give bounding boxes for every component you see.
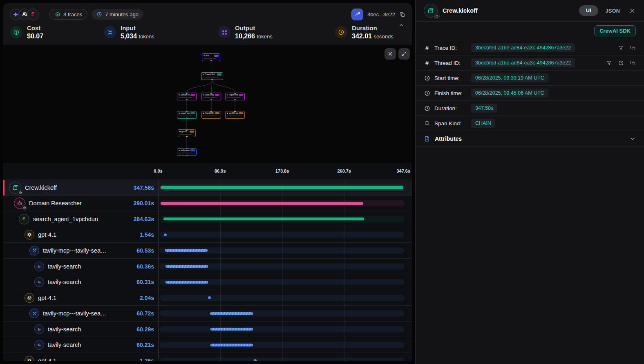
- copy-button[interactable]: [630, 45, 636, 51]
- attributes-section[interactable]: Attributes: [416, 131, 644, 147]
- span-name: search_agent_1vpchdun: [33, 216, 98, 222]
- graph-node-crew-kickoff[interactable]: Crew.kickoff: [201, 72, 223, 80]
- tick-label: 0.0s: [154, 169, 162, 173]
- span-row-gpt-4-1[interactable]: gpt-4.1 2.04s: [3, 290, 412, 306]
- span-row-search-agent[interactable]: search_agent_1vpchdun 284.63s: [3, 211, 412, 227]
- crewai-icon[interactable]: [27, 9, 39, 20]
- span-name: gpt-4.1: [38, 231, 56, 238]
- metric-cost: Cost $0.07: [10, 24, 43, 40]
- gantt-track: [160, 311, 405, 317]
- sdk-row: CrewAI SDK: [416, 22, 644, 40]
- gantt-track: [160, 326, 405, 332]
- gauge-badge-icon: [18, 190, 23, 195]
- span-row-gpt-4-1[interactable]: gpt-4.1 1.54s: [3, 227, 412, 243]
- graph-node-llm-right[interactable]: genAI & Language: [225, 111, 245, 119]
- tab-json[interactable]: JSON: [606, 8, 620, 14]
- gantt-track: [160, 295, 405, 301]
- trend-chart-button[interactable]: [351, 9, 363, 20]
- tavily-icon: [34, 340, 44, 350]
- start-time-value: 06/28/2025, 09:39:19 AM UTC: [471, 73, 548, 82]
- span-kind-value: CHAIN: [471, 119, 495, 128]
- graph-close-button[interactable]: [385, 48, 396, 60]
- span-kind-row: Span Kind: CHAIN: [416, 116, 644, 131]
- graph-node-llm-mid[interactable]: Handoff Prompts: [201, 111, 221, 119]
- span-name: tavily-search: [48, 279, 81, 285]
- traces-badge-label: 3 traces: [63, 11, 82, 18]
- external-link-icon: [618, 60, 624, 66]
- collapse-metrics-button[interactable]: [398, 22, 405, 30]
- span-duration: 60.21s: [136, 342, 158, 348]
- gantt-track: [160, 342, 405, 348]
- graph-node-tavily-search[interactable]: tavily-searc...: [177, 148, 197, 156]
- span-row-crew-kickoff[interactable]: Crew.kickoff 347.58s: [3, 180, 412, 195]
- trace-id-row: # Trace ID: 3becbfed-a1be-ae84-ea3c-4942…: [416, 40, 644, 55]
- gauge-badge-icon: [434, 13, 440, 19]
- clock-icon: [424, 105, 430, 111]
- span-row-tavily-mcp[interactable]: tavily-mcp---tavily-sea… 60.72s: [3, 305, 412, 321]
- graph-node-data-analyst[interactable]: Data Analyst: [201, 93, 221, 100]
- traces-badge[interactable]: 3 traces: [49, 9, 87, 20]
- span-row-domain-researcher[interactable]: Domain Researcher 290.01s: [3, 195, 412, 211]
- metric-input: Input 5,034 tokens: [104, 24, 154, 40]
- span-duration: 60.72s: [136, 310, 158, 317]
- gantt-track: [160, 232, 405, 238]
- expand-icon: [401, 51, 407, 57]
- span-row-tavily-search[interactable]: tavily-search 60.21s: [3, 337, 412, 353]
- tick-label: 260.7s: [337, 169, 351, 173]
- span-row-tavily-search[interactable]: tavily-search 60.31s: [3, 274, 412, 290]
- copy-trace-id-button[interactable]: [399, 11, 405, 18]
- trace-overview-panel: A\ 3 traces 7 minutes ago 3bec...3e22: [0, 0, 412, 361]
- tick-label: 347.6s: [396, 169, 410, 173]
- gantt-bar: [163, 218, 364, 220]
- duration-value: 347.58s: [471, 104, 497, 113]
- span-name: gpt-4.1: [38, 295, 56, 301]
- thread-id-label: Thread ID:: [434, 60, 469, 66]
- span-row-tavily-search[interactable]: tavily-search 60.29s: [3, 321, 412, 337]
- start-time-label: Start time:: [434, 75, 469, 81]
- filter-button[interactable]: [618, 45, 624, 51]
- gantt-bar: [210, 328, 253, 331]
- copy-button[interactable]: [630, 60, 636, 66]
- span-name: tavily-search: [48, 263, 81, 270]
- span-name: gpt-4.1: [38, 357, 56, 361]
- span-duration: 290.01s: [133, 200, 158, 206]
- graph-node-run[interactable]: Run: [202, 53, 220, 61]
- arrows-out-icon: [218, 26, 230, 38]
- copy-icon: [630, 60, 636, 66]
- span-duration: 60.36s: [136, 263, 158, 270]
- span-rows: Crew.kickoff 347.58s Domain Researcher 2…: [3, 180, 412, 361]
- metrics-row: Cost $0.07 Input 5,034 tokens Output 10,…: [10, 23, 405, 47]
- span-row-gpt-4-1[interactable]: gpt-4.1 1.26s: [3, 353, 412, 361]
- graph-node-search-agent[interactable]: search_agen...: [177, 111, 197, 119]
- span-name: tavily-mcp---tavily-sea…: [43, 247, 107, 254]
- filter-button[interactable]: [606, 60, 612, 66]
- span-name: Domain Researcher: [29, 200, 82, 206]
- attributes-label: Attributes: [435, 135, 462, 142]
- open-thread-button[interactable]: [618, 60, 624, 66]
- trace-id-label: Trace ID:: [434, 45, 469, 51]
- copy-icon: [399, 11, 405, 18]
- trace-waterfall: 0.0s 86.9s 173.8s 260.7s 347.6s Crew.kic…: [3, 163, 412, 361]
- gantt-track: [160, 357, 405, 361]
- gantt-track: [160, 200, 405, 206]
- chevron-down-icon[interactable]: [629, 135, 636, 142]
- span-duration: 60.31s: [136, 279, 158, 285]
- span-duration: 284.63s: [133, 216, 158, 222]
- provider-avatars: A\: [10, 9, 39, 20]
- tab-ui[interactable]: UI: [579, 5, 598, 16]
- graph-expand-button[interactable]: [398, 48, 410, 60]
- graph-node-report-writer[interactable]: Report Writer: [225, 93, 245, 100]
- close-panel-button[interactable]: [629, 7, 636, 14]
- span-row-tavily-search[interactable]: tavily-search 60.36s: [3, 258, 412, 274]
- graph-edges: [3, 45, 412, 163]
- openai-icon: [25, 356, 34, 361]
- graph-node-domain-researcher[interactable]: Domain Researcher: [177, 93, 197, 100]
- gantt-track: [160, 184, 405, 191]
- copy-icon: [630, 45, 636, 51]
- bookmark-icon: [424, 120, 430, 126]
- input-label: Input: [121, 24, 154, 31]
- close-icon: [387, 51, 393, 57]
- graph-node-gpt-4-1[interactable]: gpt-4.1: [178, 129, 196, 137]
- gantt-bar: [210, 344, 253, 346]
- span-row-tavily-mcp[interactable]: tavily-mcp---tavily-sea… 60.53s: [3, 242, 412, 258]
